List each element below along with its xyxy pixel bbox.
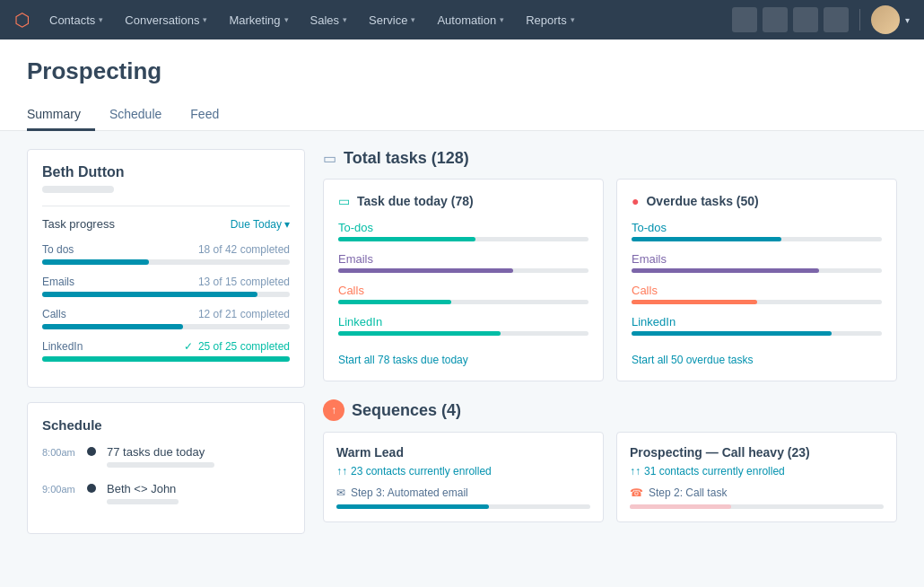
due-today-card-icon: ▭ bbox=[338, 194, 350, 208]
task-type-bar-bg-todos-overdue bbox=[632, 237, 882, 241]
task-type-label-linkedin-due: LinkedIn bbox=[338, 315, 588, 329]
progress-bar-bg-emails bbox=[42, 292, 290, 297]
chevron-down-icon: ▾ bbox=[284, 15, 289, 24]
nav-item-reports[interactable]: Reports ▾ bbox=[517, 8, 584, 32]
nav-label-conversations: Conversations bbox=[125, 13, 199, 27]
seq-call-heavy-bar-bg bbox=[630, 504, 884, 509]
page-title: Prospecting bbox=[27, 57, 897, 85]
nav-item-automation[interactable]: Automation ▾ bbox=[428, 8, 513, 32]
progress-bar-fill-emails bbox=[42, 292, 257, 297]
task-type-bar-fill-calls-overdue bbox=[632, 300, 757, 304]
divider bbox=[42, 206, 290, 206]
enrolled-icon-2: ↑↑ bbox=[630, 465, 641, 477]
schedule-section: Schedule 8:00am 77 tasks due today 9:00a… bbox=[27, 402, 305, 534]
nav-item-marketing[interactable]: Marketing ▾ bbox=[220, 8, 297, 32]
user-subtitle-placeholder bbox=[42, 186, 114, 193]
task-type-linkedin-due: LinkedIn bbox=[338, 315, 588, 336]
chevron-down-icon: ▾ bbox=[203, 15, 207, 24]
progress-bar-bg-todos bbox=[42, 259, 290, 265]
schedule-event-title-2: Beth <> John bbox=[107, 482, 290, 495]
task-type-bar-fill-emails-due bbox=[338, 268, 513, 273]
chevron-down-icon: ▾ bbox=[571, 15, 575, 24]
nav-divider bbox=[859, 9, 860, 31]
sequences-header: ↑ Sequences (4) bbox=[323, 399, 897, 421]
avatar-dropdown-icon[interactable]: ▾ bbox=[905, 15, 910, 25]
task-progress-title: Task progress bbox=[42, 217, 115, 231]
task-type-label-linkedin-overdue: LinkedIn bbox=[632, 315, 882, 329]
schedule-title: Schedule bbox=[42, 417, 290, 433]
task-type-calls-due: Calls bbox=[338, 284, 588, 304]
task-type-bar-fill-todos-overdue bbox=[632, 237, 781, 241]
task-label-todos: To dos bbox=[42, 243, 74, 256]
enrolled-icon: ↑↑ bbox=[336, 465, 347, 477]
hubspot-logo[interactable]: ⬡ bbox=[14, 9, 30, 31]
nav-label-service: Service bbox=[369, 13, 407, 27]
task-type-label-calls-due: Calls bbox=[338, 284, 588, 297]
seq-warm-lead-enrolled[interactable]: ↑↑ 23 contacts currently enrolled bbox=[336, 465, 590, 477]
tab-summary[interactable]: Summary bbox=[27, 100, 95, 131]
user-name: Beth Dutton bbox=[42, 164, 290, 180]
task-type-todos-overdue: To-dos bbox=[632, 221, 882, 241]
nav-label-automation: Automation bbox=[437, 13, 496, 27]
nav-label-reports: Reports bbox=[526, 13, 567, 27]
nav-icon-btn-4[interactable] bbox=[824, 7, 849, 32]
task-type-bar-bg-emails-due bbox=[338, 268, 588, 273]
nav-item-contacts[interactable]: Contacts ▾ bbox=[40, 8, 112, 32]
task-type-bar-bg-linkedin-due bbox=[338, 331, 588, 336]
seq-warm-lead-bar-fill bbox=[336, 504, 489, 509]
page-container: Prospecting Summary Schedule Feed Beth D… bbox=[0, 39, 924, 587]
overdue-card-title: Overdue tasks (50) bbox=[646, 194, 758, 208]
progress-bar-bg-linkedin bbox=[42, 356, 290, 362]
task-label-emails: Emails bbox=[42, 276, 74, 288]
nav-item-sales[interactable]: Sales ▾ bbox=[301, 8, 357, 32]
page-header: Prospecting Summary Schedule Feed bbox=[0, 39, 924, 131]
chevron-down-icon: ▾ bbox=[343, 15, 347, 24]
nav-label-contacts: Contacts bbox=[49, 13, 95, 27]
schedule-bar-2 bbox=[107, 499, 179, 504]
nav-icon-btn-1[interactable] bbox=[732, 7, 757, 32]
schedule-time-2: 9:00am bbox=[42, 482, 76, 495]
task-type-bar-fill-calls-due bbox=[338, 300, 451, 304]
task-type-label-emails-overdue: Emails bbox=[632, 252, 882, 266]
left-panel: Beth Dutton Task progress Due Today ▾ To… bbox=[27, 149, 305, 587]
task-type-bar-fill-todos-due bbox=[338, 237, 475, 241]
task-count-todos: 18 of 42 completed bbox=[198, 243, 290, 256]
task-type-todos-due: To-dos bbox=[338, 221, 588, 241]
schedule-dot-2 bbox=[87, 484, 96, 493]
task-label-linkedin: LinkedIn bbox=[42, 340, 83, 353]
nav-item-conversations[interactable]: Conversations ▾ bbox=[116, 8, 216, 32]
seq-call-heavy-bar-fill bbox=[630, 504, 731, 509]
start-tasks-due-link[interactable]: Start all 78 tasks due today bbox=[338, 354, 468, 366]
schedule-item-2: 9:00am Beth <> John bbox=[42, 482, 290, 504]
progress-bar-fill-todos bbox=[42, 259, 149, 265]
seq-warm-lead-step: ✉ Step 3: Automated email bbox=[336, 486, 590, 499]
email-step-icon: ✉ bbox=[336, 486, 345, 499]
nav-item-service[interactable]: Service ▾ bbox=[360, 8, 424, 32]
overdue-card-icon: ● bbox=[632, 194, 639, 208]
task-count-calls: 12 of 21 completed bbox=[198, 308, 290, 320]
task-count-emails: 13 of 15 completed bbox=[198, 276, 290, 288]
task-card-due-today-header: ▭ Task due today (78) bbox=[338, 194, 588, 208]
progress-bar-bg-calls bbox=[42, 324, 290, 329]
schedule-event-1: 77 tasks due today bbox=[107, 445, 290, 468]
nav-icon-btn-2[interactable] bbox=[763, 7, 788, 32]
nav-icon-buttons bbox=[732, 7, 849, 32]
nav-icon-btn-3[interactable] bbox=[793, 7, 818, 32]
task-type-linkedin-overdue: LinkedIn bbox=[632, 315, 882, 336]
task-card-overdue: ● Overdue tasks (50) To-dos Emails bbox=[616, 179, 897, 381]
top-navigation: ⬡ Contacts ▾ Conversations ▾ Marketing ▾… bbox=[0, 0, 924, 39]
progress-bar-fill-calls bbox=[42, 324, 183, 329]
task-type-bar-bg-linkedin-overdue bbox=[632, 331, 882, 336]
tab-feed[interactable]: Feed bbox=[176, 100, 233, 131]
task-type-label-calls-overdue: Calls bbox=[632, 284, 882, 297]
schedule-dot-1 bbox=[87, 447, 96, 456]
avatar[interactable] bbox=[871, 5, 900, 34]
call-step-icon: ☎ bbox=[630, 486, 643, 499]
task-label-calls: Calls bbox=[42, 308, 66, 320]
start-tasks-overdue-link[interactable]: Start all 50 overdue tasks bbox=[632, 354, 753, 366]
schedule-event-title-1: 77 tasks due today bbox=[107, 445, 290, 459]
sequence-cards-row: Warm Lead ↑↑ 23 contacts currently enrol… bbox=[323, 432, 897, 522]
due-today-button[interactable]: Due Today ▾ bbox=[231, 218, 290, 231]
seq-call-heavy-enrolled[interactable]: ↑↑ 31 contacts currently enrolled bbox=[630, 465, 884, 477]
tab-schedule[interactable]: Schedule bbox=[95, 100, 176, 131]
